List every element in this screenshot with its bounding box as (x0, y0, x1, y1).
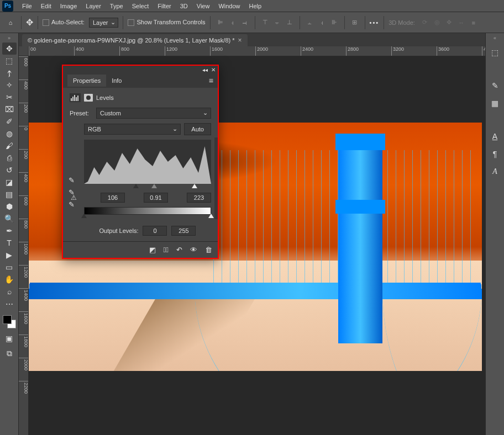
magic-wand-tool[interactable]: ✧ (2, 79, 17, 91)
align-center-h-icon[interactable]: ⫞ (227, 17, 238, 28)
more-options-icon[interactable]: ••• (370, 19, 380, 26)
move-tool[interactable]: ✥ (2, 43, 17, 55)
dodge-tool[interactable]: 🔍 (2, 213, 17, 225)
align-to-icon[interactable]: ⊞ (349, 17, 360, 28)
menu-filter[interactable]: Filter (153, 3, 175, 9)
panel-menu-icon[interactable]: ≡ (209, 76, 213, 85)
midtone-slider-handle[interactable] (151, 184, 157, 188)
ruler-origin[interactable] (19, 46, 29, 56)
output-hi-handle[interactable] (208, 214, 214, 218)
menu-select[interactable]: Select (128, 3, 154, 9)
marquee-tool[interactable]: ⬚ (2, 55, 17, 67)
clone-stamp-tool[interactable]: ⎙ (2, 152, 17, 164)
home-button[interactable]: ⌂ (4, 17, 17, 29)
shape-tool[interactable]: ▭ (2, 261, 17, 273)
pen-tool[interactable]: ✒ (2, 225, 17, 237)
highlight-input[interactable] (187, 193, 211, 203)
collapse-panel-icon[interactable]: ◂◂ (202, 67, 208, 73)
output-lo-input[interactable] (143, 226, 167, 236)
gradient-tool[interactable]: ▤ (2, 188, 17, 200)
menu-image[interactable]: Image (56, 3, 82, 9)
eyedropper-tool[interactable]: ✐ (2, 115, 17, 128)
panel-scrollbar[interactable] (214, 137, 218, 219)
libraries-panel-icon[interactable]: ⬚ (489, 46, 501, 59)
shadow-slider-handle[interactable] (133, 184, 139, 188)
histogram[interactable] (84, 140, 211, 184)
canvas[interactable]: ◂◂ ✕ Properties Info ≡ Levels (29, 56, 485, 435)
ruler-horizontal[interactable]: 00400800120016002000240028003200360040 (29, 46, 485, 56)
swatches-panel-icon[interactable]: ▦ (489, 97, 501, 109)
info-tab[interactable]: Info (106, 75, 127, 87)
output-lo-handle[interactable] (81, 214, 87, 218)
highlight-slider-handle[interactable] (192, 184, 197, 188)
align-top-icon[interactable]: ⊤ (260, 17, 271, 28)
crop-tool[interactable]: ✂ (2, 91, 17, 103)
document-tab[interactable]: © golden-gate-panorama-P9WNFXJ.jpg @ 20.… (22, 34, 248, 46)
lasso-tool[interactable]: 𐍊 (2, 67, 17, 79)
properties-tab[interactable]: Properties (67, 75, 106, 87)
menu-edit[interactable]: Edit (36, 3, 56, 9)
color-swatches[interactable] (3, 315, 16, 328)
input-slider[interactable] (84, 185, 211, 190)
auto-button[interactable]: Auto (184, 123, 211, 135)
channel-dropdown[interactable]: RGB (84, 124, 181, 135)
black-point-eyedropper-icon[interactable]: ✎ (69, 176, 77, 185)
foreground-color[interactable] (3, 315, 12, 324)
edit-toolbar-icon[interactable]: ⋯ (2, 298, 17, 310)
paragraph-panel-icon[interactable]: ¶ (489, 148, 501, 160)
quick-mask-icon[interactable]: ▣ (2, 332, 17, 344)
character-panel-icon[interactable]: A (489, 130, 501, 142)
zoom-tool[interactable]: ⌕ (2, 285, 17, 298)
toggle-visibility-icon[interactable]: 👁 (190, 246, 197, 254)
path-select-tool[interactable]: ▶ (2, 249, 17, 261)
menu-help[interactable]: Help (245, 3, 266, 9)
expand-tools-icon[interactable]: » (8, 35, 11, 41)
shadow-input[interactable] (101, 193, 125, 203)
distribute-h-icon[interactable]: ⫠ (305, 17, 316, 28)
distribute-v-icon[interactable]: ⫞ (317, 17, 328, 28)
align-right-icon[interactable]: ⫤ (239, 17, 250, 28)
menu-file[interactable]: File (18, 3, 36, 9)
menu-3d[interactable]: 3D (176, 3, 192, 9)
3d-mode-group: ⟳ ◎ ✥ ↔ ■ (419, 17, 479, 28)
view-previous-icon[interactable]: 👁⃠ (164, 246, 169, 254)
3d-pan-icon: ✥ (444, 17, 455, 28)
white-point-eyedropper-icon[interactable]: ✎ (69, 200, 77, 209)
close-tab-icon[interactable]: × (238, 36, 242, 44)
output-slider[interactable] (84, 215, 211, 220)
menu-layer[interactable]: Layer (81, 3, 106, 9)
screen-mode-icon[interactable]: ⧉ (2, 347, 17, 359)
frame-tool[interactable]: ⌧ (2, 103, 17, 115)
hand-tool[interactable]: ✋ (2, 273, 17, 285)
align-bottom-icon[interactable]: ⊥ (284, 17, 295, 28)
close-panel-icon[interactable]: ✕ (211, 67, 216, 73)
show-transform-checkbox[interactable]: Show Transform Controls (128, 19, 205, 26)
menu-window[interactable]: Window (214, 3, 244, 9)
align-left-icon[interactable]: ⊫ (215, 17, 226, 28)
align-middle-v-icon[interactable]: ⫟ (272, 17, 283, 28)
menu-type[interactable]: Type (106, 3, 128, 9)
auto-select-target[interactable]: Layer (89, 18, 119, 28)
clip-to-layer-icon[interactable]: ◩ (149, 246, 156, 254)
move-tool-indicator[interactable]: ✥ (26, 17, 33, 28)
preset-dropdown[interactable]: Custom (96, 108, 211, 119)
menu-view[interactable]: View (192, 3, 214, 9)
type-tool[interactable]: T (2, 237, 17, 249)
gray-point-eyedropper-icon[interactable]: ✎ (69, 188, 77, 197)
blur-tool[interactable]: ⬢ (2, 200, 17, 213)
brush-tool[interactable]: 🖌 (2, 140, 17, 152)
layer-mask-icon[interactable] (84, 94, 93, 102)
color-panel-icon[interactable]: ✎ (489, 79, 501, 92)
reset-icon[interactable]: ↶ (176, 246, 182, 254)
midtone-input[interactable] (144, 193, 168, 203)
history-brush-tool[interactable]: ↺ (2, 164, 17, 176)
delete-adjustment-icon[interactable]: 🗑 (205, 246, 212, 254)
auto-select-checkbox[interactable]: Auto-Select: (43, 19, 85, 26)
output-hi-input[interactable] (171, 226, 196, 236)
healing-brush-tool[interactable]: ◍ (2, 128, 17, 140)
distribute-spacing-icon[interactable]: ⊪ (329, 17, 340, 28)
glyphs-panel-icon[interactable]: A (489, 166, 501, 178)
eraser-tool[interactable]: ◪ (2, 176, 17, 188)
ruler-vertical[interactable]: 6004002000200400600800100012001400160018… (19, 56, 29, 435)
expand-right-icon[interactable]: « (494, 35, 496, 41)
